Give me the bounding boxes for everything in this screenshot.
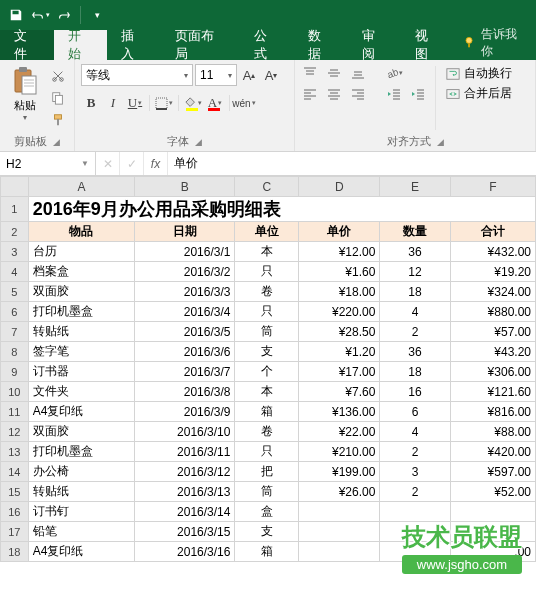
cell[interactable]: 单位 — [235, 222, 299, 242]
cell[interactable]: 单价 — [299, 222, 380, 242]
cell[interactable] — [299, 522, 380, 542]
cell[interactable]: 卷 — [235, 282, 299, 302]
font-launcher-icon[interactable]: ◢ — [195, 137, 202, 147]
increase-indent-icon[interactable] — [409, 85, 427, 103]
qat-customize-icon[interactable]: ▾ — [87, 5, 107, 25]
cell[interactable] — [299, 542, 380, 562]
tab-file[interactable]: 文件 — [0, 30, 54, 60]
cell[interactable]: ¥597.00 — [450, 462, 535, 482]
cell[interactable]: ¥306.00 — [450, 362, 535, 382]
cell[interactable]: 订书钉 — [28, 502, 135, 522]
row-header[interactable]: 7 — [1, 322, 29, 342]
cell[interactable] — [450, 522, 535, 542]
cell[interactable]: ¥22.00 — [299, 422, 380, 442]
merge-center-button[interactable]: 合并后居 — [444, 84, 514, 103]
row-header[interactable]: 8 — [1, 342, 29, 362]
cell[interactable]: 双面胶 — [28, 422, 135, 442]
cell[interactable]: ¥12.00 — [299, 242, 380, 262]
cell[interactable]: 把 — [235, 462, 299, 482]
cell[interactable]: ¥121.60 — [450, 382, 535, 402]
cell[interactable]: 档案盒 — [28, 262, 135, 282]
cell[interactable]: 物品 — [28, 222, 135, 242]
spreadsheet-grid[interactable]: A B C D E F 12016年9月办公用品采购明细表2物品日期单位单价数量… — [0, 176, 536, 562]
cell[interactable]: ¥136.00 — [299, 402, 380, 422]
cell[interactable]: 2016/3/5 — [135, 322, 235, 342]
col-header[interactable]: E — [380, 177, 450, 197]
cell[interactable]: 18 — [380, 362, 450, 382]
select-all-corner[interactable] — [1, 177, 29, 197]
row-header[interactable]: 2 — [1, 222, 29, 242]
cell[interactable]: 16 — [380, 382, 450, 402]
cell[interactable]: ¥420.00 — [450, 442, 535, 462]
tab-review[interactable]: 审阅 — [348, 30, 402, 60]
row-header[interactable]: 6 — [1, 302, 29, 322]
row-header[interactable]: 18 — [1, 542, 29, 562]
formula-input[interactable]: 单价 — [168, 155, 536, 172]
cancel-icon[interactable]: ✕ — [96, 152, 120, 175]
cell[interactable]: 2016年9月办公用品采购明细表 — [28, 197, 535, 222]
cell[interactable] — [380, 502, 450, 522]
tab-formulas[interactable]: 公式 — [240, 30, 294, 60]
cell[interactable]: 数量 — [380, 222, 450, 242]
cell[interactable]: 2016/3/12 — [135, 462, 235, 482]
cell[interactable]: ¥199.00 — [299, 462, 380, 482]
cell[interactable]: 打印机墨盒 — [28, 302, 135, 322]
cell[interactable]: 办公椅 — [28, 462, 135, 482]
align-right-icon[interactable] — [349, 85, 367, 103]
cell[interactable]: ¥88.00 — [450, 422, 535, 442]
cell[interactable]: 支 — [235, 522, 299, 542]
cell[interactable]: 3 — [380, 462, 450, 482]
cell[interactable]: 2016/3/2 — [135, 262, 235, 282]
cell[interactable]: 36 — [380, 242, 450, 262]
cell[interactable]: 筒 — [235, 322, 299, 342]
cell[interactable] — [380, 522, 450, 542]
cell[interactable]: 卷 — [235, 422, 299, 442]
cell[interactable]: 打印机墨盒 — [28, 442, 135, 462]
col-header[interactable]: F — [450, 177, 535, 197]
cell[interactable]: 只 — [235, 302, 299, 322]
row-header[interactable]: 17 — [1, 522, 29, 542]
cell[interactable]: ¥19.20 — [450, 262, 535, 282]
format-painter-icon[interactable] — [48, 110, 68, 130]
tab-home[interactable]: 开始 — [54, 30, 108, 60]
border-button[interactable]: ▾ — [154, 93, 174, 113]
cell[interactable]: .00 — [450, 542, 535, 562]
italic-button[interactable]: I — [103, 93, 123, 113]
underline-button[interactable]: U▾ — [125, 93, 145, 113]
decrease-indent-icon[interactable] — [385, 85, 403, 103]
row-header[interactable]: 16 — [1, 502, 29, 522]
cell[interactable]: 2 — [380, 482, 450, 502]
align-middle-icon[interactable] — [325, 64, 343, 82]
cell[interactable]: 2016/3/7 — [135, 362, 235, 382]
cell[interactable]: 本 — [235, 382, 299, 402]
cell[interactable]: ¥52.00 — [450, 482, 535, 502]
row-header[interactable]: 13 — [1, 442, 29, 462]
cell[interactable]: 转贴纸 — [28, 322, 135, 342]
cell[interactable]: 台历 — [28, 242, 135, 262]
cell[interactable]: ¥7.60 — [299, 382, 380, 402]
cell[interactable]: 6 — [380, 402, 450, 422]
cell[interactable]: ¥57.00 — [450, 322, 535, 342]
cell[interactable]: 日期 — [135, 222, 235, 242]
row-header[interactable]: 10 — [1, 382, 29, 402]
cell[interactable]: 2 — [380, 322, 450, 342]
cell[interactable]: 合计 — [450, 222, 535, 242]
cell[interactable]: ¥880.00 — [450, 302, 535, 322]
cell[interactable]: 2016/3/11 — [135, 442, 235, 462]
row-header[interactable]: 1 — [1, 197, 29, 222]
cell[interactable] — [380, 542, 450, 562]
cell[interactable] — [299, 502, 380, 522]
wrap-text-button[interactable]: 自动换行 — [444, 64, 514, 83]
cell[interactable]: 只 — [235, 262, 299, 282]
cell[interactable]: 2016/3/9 — [135, 402, 235, 422]
cell[interactable]: 2016/3/10 — [135, 422, 235, 442]
cell[interactable]: 盒 — [235, 502, 299, 522]
cell[interactable]: ¥324.00 — [450, 282, 535, 302]
cell[interactable]: 签字笔 — [28, 342, 135, 362]
row-header[interactable]: 4 — [1, 262, 29, 282]
align-top-icon[interactable] — [301, 64, 319, 82]
redo-icon[interactable] — [54, 5, 74, 25]
col-header[interactable]: D — [299, 177, 380, 197]
cell[interactable]: 2 — [380, 442, 450, 462]
orientation-icon[interactable]: ab▾ — [385, 64, 403, 82]
